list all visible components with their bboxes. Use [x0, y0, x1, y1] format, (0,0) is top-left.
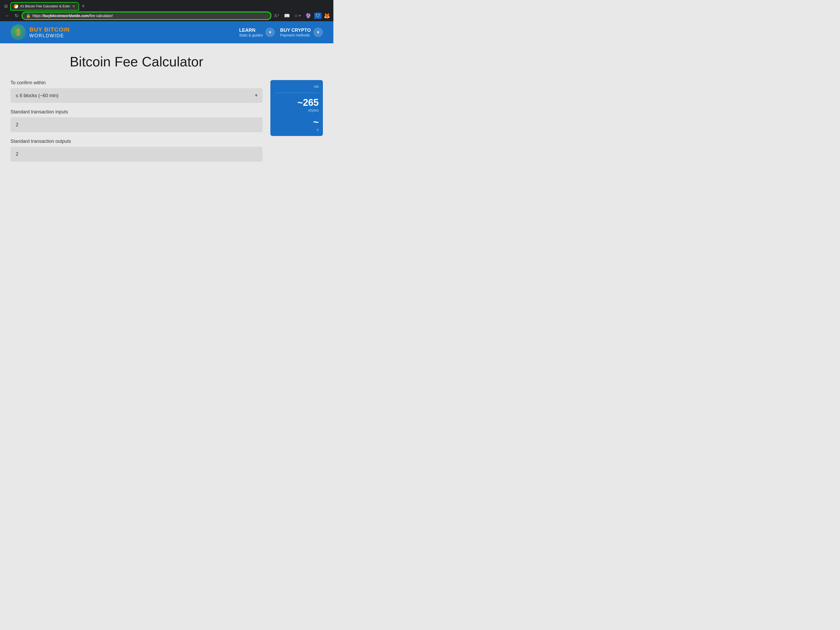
logo-line1: BUY BITCOIN: [29, 26, 70, 33]
buy-crypto-nav-sub: Payment methods: [280, 33, 310, 37]
left-panel: Bitcoin Fee Calculator To confirm within…: [11, 54, 262, 168]
result-vbytes-value: ~265: [297, 97, 319, 108]
result-vbytes-row: ~265 vbytes: [275, 97, 319, 112]
inputs-label: Standard transaction inputs: [11, 109, 262, 115]
learn-nav-title: LEARN: [239, 28, 256, 33]
result-vbytes-label: vbytes: [308, 108, 319, 112]
url-text: https://buybitcoinworldwide.com/fee-calc…: [33, 14, 267, 18]
favorites-button[interactable]: ☆+: [293, 12, 302, 20]
right-panel: sat ~265 vbytes ~ s: [270, 80, 323, 136]
confirm-within-select[interactable]: ≤ 6 blocks (~60 min): [11, 88, 262, 103]
site-navigation: ₿ BUY BITCOIN WORLDWIDE LEARN Stats & gu…: [0, 21, 333, 43]
shield-button[interactable]: 🛡: [314, 13, 322, 19]
browser-chrome: ⊟ #1 Bitcoin Fee Calculator & Estin ✕ + …: [0, 0, 333, 21]
browser-toolbar: 𝔸⁺ 📖 ☆+ 🔮 🛡 🦊: [273, 12, 330, 20]
result-sats-value: ~: [313, 117, 319, 128]
page-title: Bitcoin Fee Calculator: [11, 54, 262, 69]
logo-area[interactable]: ₿ BUY BITCOIN WORLDWIDE: [11, 24, 70, 40]
active-tab[interactable]: #1 Bitcoin Fee Calculator & Estin ✕: [11, 3, 79, 10]
buy-crypto-nav-text: BUY CRYPTO Payment methods: [280, 28, 311, 37]
reading-view-button[interactable]: 📖: [283, 12, 291, 20]
outputs-group: Standard transaction outputs: [11, 139, 262, 162]
inputs-group: Standard transaction inputs: [11, 109, 262, 132]
inputs-field[interactable]: [11, 117, 262, 132]
confirm-within-label: To confirm within: [11, 80, 262, 85]
main-content: Bitcoin Fee Calculator To confirm within…: [0, 43, 333, 178]
address-bar-row: ← ↻ 🔒 https://buybitcoinworldwide.com/fe…: [0, 10, 333, 21]
result-sats-label: s: [317, 128, 319, 132]
extensions-button[interactable]: 🔮: [304, 12, 312, 20]
confirm-within-group: To confirm within ≤ 6 blocks (~60 min) ▼: [11, 80, 262, 103]
result-unit-label: sat: [314, 84, 319, 88]
tab-bar: ⊟ #1 Bitcoin Fee Calculator & Estin ✕ +: [0, 0, 333, 10]
new-tab-button[interactable]: +: [79, 2, 87, 10]
result-unit-row: sat: [275, 84, 319, 88]
lock-icon: 🔒: [26, 14, 30, 18]
nav-links: LEARN Stats & guides ▼ BUY CRYPTO Paymen…: [239, 28, 323, 37]
confirm-within-select-wrapper: ≤ 6 blocks (~60 min) ▼: [11, 88, 262, 103]
metamask-button[interactable]: 🦊: [324, 13, 330, 19]
buy-crypto-chevron-icon[interactable]: ▼: [313, 28, 323, 37]
learn-chevron-icon[interactable]: ▼: [265, 28, 275, 37]
logo-line2: WORLDWIDE: [29, 33, 70, 39]
logo-globe-icon: ₿: [11, 24, 26, 40]
logo-text: BUY BITCOIN WORLDWIDE: [29, 26, 70, 39]
buy-crypto-nav-title: BUY CRYPTO: [280, 28, 311, 33]
outputs-label: Standard transaction outputs: [11, 139, 262, 144]
tab-close-button[interactable]: ✕: [72, 4, 75, 8]
learn-nav-text: LEARN Stats & guides: [239, 28, 263, 37]
learn-nav-item[interactable]: LEARN Stats & guides ▼: [239, 28, 275, 37]
buy-crypto-nav-item[interactable]: BUY CRYPTO Payment methods ▼: [280, 28, 323, 37]
back-button[interactable]: ←: [3, 12, 11, 20]
result-sats-row: ~ s: [275, 117, 319, 132]
read-aloud-button[interactable]: 𝔸⁺: [273, 12, 281, 20]
outputs-field[interactable]: [11, 147, 262, 162]
result-divider: [275, 93, 319, 93]
tab-title: #1 Bitcoin Fee Calculator & Estin: [20, 4, 70, 8]
tab-favicon: [14, 4, 18, 8]
learn-nav-sub: Stats & guides: [239, 33, 263, 37]
reload-button[interactable]: ↻: [13, 12, 20, 20]
address-bar[interactable]: 🔒 https://buybitcoinworldwide.com/fee-ca…: [22, 12, 271, 19]
window-menu-button[interactable]: ⊟: [2, 3, 10, 10]
